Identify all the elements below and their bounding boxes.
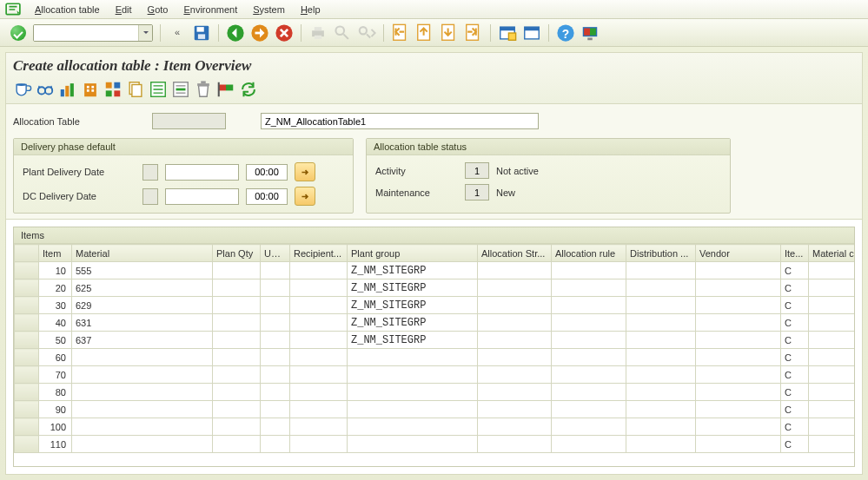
shortcut-button[interactable] <box>522 23 541 43</box>
cell-ite[interactable]: C <box>781 314 809 332</box>
next-page-button[interactable] <box>440 23 459 43</box>
cell-allocstr[interactable] <box>478 332 552 349</box>
dc-delivery-time-input[interactable] <box>246 188 288 205</box>
cell-material[interactable] <box>72 436 213 453</box>
cell-vendor[interactable] <box>696 349 781 366</box>
cell-planqty[interactable] <box>213 314 261 332</box>
cell-plantgroup[interactable] <box>348 366 478 384</box>
menu-system[interactable]: System <box>251 4 287 15</box>
row-selector[interactable] <box>15 401 39 418</box>
cell-allocrule[interactable] <box>552 262 626 279</box>
cell-allocstr[interactable] <box>478 401 552 418</box>
row-selector[interactable] <box>15 279 39 297</box>
cell-recipient[interactable] <box>290 384 348 401</box>
cell-planqty[interactable] <box>213 297 261 314</box>
prev-page-button[interactable] <box>415 23 434 43</box>
cell-planqty[interactable] <box>213 418 261 436</box>
cell-allocrule[interactable] <box>552 314 626 332</box>
col-recipient[interactable]: Recipient... <box>290 245 348 262</box>
col-ite[interactable]: Ite... <box>781 245 809 262</box>
cell-recipient[interactable] <box>290 401 348 418</box>
cell-planqty[interactable] <box>213 436 261 453</box>
col-vendor[interactable]: Vendor <box>696 245 781 262</box>
plant-delivery-details-button[interactable] <box>295 162 315 181</box>
cell-allocrule[interactable] <box>552 384 626 401</box>
cell-matc[interactable] <box>809 384 855 401</box>
cell-dist[interactable] <box>626 366 696 384</box>
items-grid-scroll[interactable]: Item Material Plan Qty Uni... Recipient.… <box>14 244 854 466</box>
cell-ite[interactable]: C <box>781 436 809 453</box>
cell-allocstr[interactable] <box>478 314 552 332</box>
plant-delivery-phase[interactable] <box>142 164 158 181</box>
tool-overview-button[interactable] <box>36 80 55 99</box>
cell-ite[interactable]: C <box>781 384 809 401</box>
allocation-table-code[interactable] <box>152 113 226 129</box>
command-input[interactable] <box>34 25 138 41</box>
cell-item[interactable]: 100 <box>39 418 72 436</box>
cell-material[interactable]: 555 <box>72 262 213 279</box>
cell-plantgroup[interactable]: Z_NM_SITEGRP <box>348 297 478 314</box>
cell-allocrule[interactable] <box>552 279 626 297</box>
cell-allocrule[interactable] <box>552 349 626 366</box>
cell-recipient[interactable] <box>290 418 348 436</box>
plant-delivery-date-input[interactable] <box>165 164 239 181</box>
col-dist[interactable]: Distribution ... <box>626 245 696 262</box>
cell-allocstr[interactable] <box>478 297 552 314</box>
table-row[interactable]: 80C <box>15 384 855 401</box>
cell-plantgroup[interactable]: Z_NM_SITEGRP <box>348 262 478 279</box>
row-selector[interactable] <box>15 418 39 436</box>
tool-list-button[interactable] <box>149 80 168 99</box>
menu-goto[interactable]: Goto <box>146 4 170 15</box>
cell-material[interactable]: 631 <box>72 314 213 332</box>
col-allocrule[interactable]: Allocation rule <box>552 245 626 262</box>
cell-vendor[interactable] <box>696 297 781 314</box>
cell-allocstr[interactable] <box>478 366 552 384</box>
cell-item[interactable]: 80 <box>39 384 72 401</box>
cell-plantgroup[interactable] <box>348 418 478 436</box>
cell-material[interactable]: 629 <box>72 297 213 314</box>
cell-item[interactable]: 60 <box>39 349 72 366</box>
col-allocstr[interactable]: Allocation Str... <box>478 245 552 262</box>
cell-uni[interactable] <box>261 297 290 314</box>
cell-ite[interactable]: C <box>781 297 809 314</box>
tool-select-button[interactable] <box>126 80 145 99</box>
cell-dist[interactable] <box>626 314 696 332</box>
table-row[interactable]: 70C <box>15 366 855 384</box>
table-row[interactable]: 30629Z_NM_SITEGRPC <box>15 297 855 314</box>
cell-vendor[interactable] <box>696 279 781 297</box>
table-row[interactable]: 110C <box>15 436 855 453</box>
cell-uni[interactable] <box>261 401 290 418</box>
cell-ite[interactable]: C <box>781 366 809 384</box>
layout-button[interactable] <box>580 23 600 43</box>
cell-ite[interactable]: C <box>781 279 809 297</box>
cell-plantgroup[interactable] <box>348 401 478 418</box>
cell-vendor[interactable] <box>696 366 781 384</box>
help-button[interactable]: ? <box>556 23 575 43</box>
cell-allocstr[interactable] <box>478 349 552 366</box>
cell-dist[interactable] <box>626 332 696 349</box>
row-selector[interactable] <box>15 436 39 453</box>
cell-matc[interactable] <box>809 349 855 366</box>
first-page-button[interactable] <box>391 23 410 43</box>
cell-uni[interactable] <box>261 279 290 297</box>
cell-ite[interactable]: C <box>781 332 809 349</box>
cell-allocstr[interactable] <box>478 384 552 401</box>
cell-uni[interactable] <box>261 349 290 366</box>
cancel-button[interactable] <box>275 23 294 43</box>
app-menu-icon[interactable] <box>5 2 21 17</box>
table-row[interactable]: 90C <box>15 401 855 418</box>
cell-allocrule[interactable] <box>552 436 626 453</box>
col-material[interactable]: Material <box>72 245 213 262</box>
cell-uni[interactable] <box>261 366 290 384</box>
cell-material[interactable] <box>72 384 213 401</box>
dc-delivery-phase[interactable] <box>142 188 158 205</box>
cell-recipient[interactable] <box>290 436 348 453</box>
cell-material[interactable] <box>72 349 213 366</box>
cell-item[interactable]: 40 <box>39 314 72 332</box>
cell-item[interactable]: 20 <box>39 279 72 297</box>
new-session-button[interactable] <box>498 23 517 43</box>
cell-item[interactable]: 110 <box>39 436 72 453</box>
cell-material[interactable]: 637 <box>72 332 213 349</box>
cell-plantgroup[interactable] <box>348 384 478 401</box>
cell-ite[interactable]: C <box>781 401 809 418</box>
